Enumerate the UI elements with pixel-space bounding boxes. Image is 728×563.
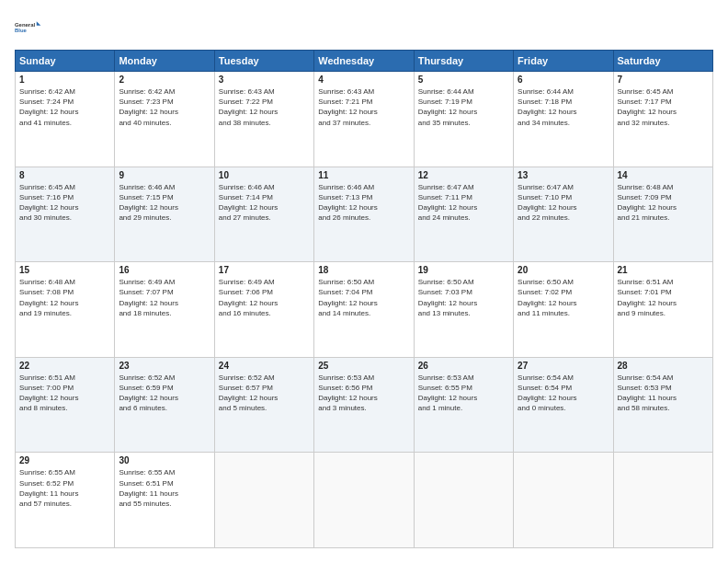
day-number: 6 xyxy=(518,75,609,85)
day-number: 18 xyxy=(318,265,409,275)
calendar-cell: 13Sunrise: 6:47 AMSunset: 7:10 PMDayligh… xyxy=(514,167,613,262)
day-info: Sunrise: 6:47 AMSunset: 7:10 PMDaylight:… xyxy=(518,182,609,224)
calendar-cell: 12Sunrise: 6:47 AMSunset: 7:11 PMDayligh… xyxy=(414,167,513,262)
day-info: Sunrise: 6:54 AMSunset: 6:53 PMDaylight:… xyxy=(618,373,709,414)
day-info: Sunrise: 6:53 AMSunset: 6:55 PMDaylight:… xyxy=(418,373,509,414)
day-number: 29 xyxy=(19,455,110,465)
day-info: Sunrise: 6:42 AMSunset: 7:23 PMDaylight:… xyxy=(119,86,210,128)
day-info: Sunrise: 6:48 AMSunset: 7:09 PMDaylight:… xyxy=(618,182,709,224)
calendar-cell: 29Sunrise: 6:55 AMSunset: 6:52 PMDayligh… xyxy=(16,453,115,548)
calendar-cell: 17Sunrise: 6:49 AMSunset: 7:06 PMDayligh… xyxy=(214,262,313,358)
day-info: Sunrise: 6:54 AMSunset: 6:54 PMDaylight:… xyxy=(518,373,609,414)
calendar-cell: 10Sunrise: 6:46 AMSunset: 7:14 PMDayligh… xyxy=(214,167,313,262)
calendar-cell: 14Sunrise: 6:48 AMSunset: 7:09 PMDayligh… xyxy=(613,167,712,262)
day-info: Sunrise: 6:42 AMSunset: 7:24 PMDaylight:… xyxy=(19,86,110,128)
day-info: Sunrise: 6:46 AMSunset: 7:15 PMDaylight:… xyxy=(119,182,210,224)
day-number: 23 xyxy=(119,361,210,371)
calendar-cell xyxy=(613,453,712,548)
day-info: Sunrise: 6:55 AMSunset: 6:52 PMDaylight:… xyxy=(19,467,110,509)
day-number: 1 xyxy=(19,75,110,85)
day-number: 7 xyxy=(618,75,709,85)
day-number: 30 xyxy=(119,455,210,465)
calendar-table: SundayMondayTuesdayWednesdayThursdayFrid… xyxy=(15,50,713,548)
day-info: Sunrise: 6:46 AMSunset: 7:13 PMDaylight:… xyxy=(318,182,409,224)
calendar-cell: 11Sunrise: 6:46 AMSunset: 7:13 PMDayligh… xyxy=(314,167,414,262)
day-number: 26 xyxy=(418,361,509,371)
day-number: 19 xyxy=(418,265,509,275)
day-number: 27 xyxy=(518,361,609,371)
day-info: Sunrise: 6:51 AMSunset: 7:00 PMDaylight:… xyxy=(19,373,110,414)
day-number: 5 xyxy=(418,75,509,85)
calendar-cell: 20Sunrise: 6:50 AMSunset: 7:02 PMDayligh… xyxy=(514,262,613,358)
day-number: 11 xyxy=(318,170,409,180)
day-info: Sunrise: 6:52 AMSunset: 6:59 PMDaylight:… xyxy=(119,373,210,414)
calendar-cell: 26Sunrise: 6:53 AMSunset: 6:55 PMDayligh… xyxy=(414,357,513,453)
calendar-cell: 25Sunrise: 6:53 AMSunset: 6:56 PMDayligh… xyxy=(314,357,414,453)
day-number: 8 xyxy=(19,170,110,180)
calendar-cell xyxy=(214,453,313,548)
day-number: 25 xyxy=(318,361,409,371)
day-number: 9 xyxy=(119,170,210,180)
day-info: Sunrise: 6:46 AMSunset: 7:14 PMDaylight:… xyxy=(219,182,310,224)
calendar-cell: 23Sunrise: 6:52 AMSunset: 6:59 PMDayligh… xyxy=(115,357,214,453)
calendar-cell: 15Sunrise: 6:48 AMSunset: 7:08 PMDayligh… xyxy=(16,262,115,358)
calendar-cell: 5Sunrise: 6:44 AMSunset: 7:19 PMDaylight… xyxy=(414,72,513,167)
calendar-cell: 1Sunrise: 6:42 AMSunset: 7:24 PMDaylight… xyxy=(16,72,115,167)
svg-text:General: General xyxy=(15,22,35,28)
calendar-cell: 18Sunrise: 6:50 AMSunset: 7:04 PMDayligh… xyxy=(314,262,414,358)
calendar-week-row: 1Sunrise: 6:42 AMSunset: 7:24 PMDaylight… xyxy=(16,72,713,167)
logo-icon: GeneralBlue xyxy=(15,15,44,40)
calendar-cell: 19Sunrise: 6:50 AMSunset: 7:03 PMDayligh… xyxy=(414,262,513,358)
logo: GeneralBlue xyxy=(15,15,44,40)
calendar-week-row: 29Sunrise: 6:55 AMSunset: 6:52 PMDayligh… xyxy=(16,453,713,548)
day-info: Sunrise: 6:50 AMSunset: 7:04 PMDaylight:… xyxy=(318,277,409,318)
weekday-header: Saturday xyxy=(613,51,712,72)
day-info: Sunrise: 6:48 AMSunset: 7:08 PMDaylight:… xyxy=(19,277,110,318)
day-info: Sunrise: 6:49 AMSunset: 7:07 PMDaylight:… xyxy=(119,277,210,318)
calendar-week-row: 8Sunrise: 6:45 AMSunset: 7:16 PMDaylight… xyxy=(16,167,713,262)
calendar-cell: 6Sunrise: 6:44 AMSunset: 7:18 PMDaylight… xyxy=(514,72,613,167)
day-info: Sunrise: 6:55 AMSunset: 6:51 PMDaylight:… xyxy=(119,467,210,509)
day-number: 13 xyxy=(518,170,609,180)
day-info: Sunrise: 6:47 AMSunset: 7:11 PMDaylight:… xyxy=(418,182,509,224)
calendar-cell: 2Sunrise: 6:42 AMSunset: 7:23 PMDaylight… xyxy=(115,72,214,167)
day-info: Sunrise: 6:45 AMSunset: 7:17 PMDaylight:… xyxy=(618,86,709,128)
day-info: Sunrise: 6:43 AMSunset: 7:21 PMDaylight:… xyxy=(318,86,409,128)
day-number: 21 xyxy=(618,265,709,275)
calendar-cell: 16Sunrise: 6:49 AMSunset: 7:07 PMDayligh… xyxy=(115,262,214,358)
day-info: Sunrise: 6:43 AMSunset: 7:22 PMDaylight:… xyxy=(219,86,310,128)
day-number: 24 xyxy=(219,361,310,371)
day-info: Sunrise: 6:44 AMSunset: 7:18 PMDaylight:… xyxy=(518,86,609,128)
day-number: 10 xyxy=(219,170,310,180)
calendar-week-row: 15Sunrise: 6:48 AMSunset: 7:08 PMDayligh… xyxy=(16,262,713,358)
calendar-cell xyxy=(314,453,414,548)
day-number: 15 xyxy=(19,265,110,275)
calendar-body: 1Sunrise: 6:42 AMSunset: 7:24 PMDaylight… xyxy=(16,72,713,548)
weekday-header: Thursday xyxy=(414,51,513,72)
weekday-header: Sunday xyxy=(16,51,115,72)
day-info: Sunrise: 6:49 AMSunset: 7:06 PMDaylight:… xyxy=(219,277,310,318)
calendar-cell: 9Sunrise: 6:46 AMSunset: 7:15 PMDaylight… xyxy=(115,167,214,262)
day-number: 12 xyxy=(418,170,509,180)
day-number: 2 xyxy=(119,75,210,85)
day-info: Sunrise: 6:53 AMSunset: 6:56 PMDaylight:… xyxy=(318,373,409,414)
day-info: Sunrise: 6:51 AMSunset: 7:01 PMDaylight:… xyxy=(618,277,709,318)
day-info: Sunrise: 6:50 AMSunset: 7:03 PMDaylight:… xyxy=(418,277,509,318)
day-number: 20 xyxy=(518,265,609,275)
day-info: Sunrise: 6:44 AMSunset: 7:19 PMDaylight:… xyxy=(418,86,509,128)
calendar-cell: 3Sunrise: 6:43 AMSunset: 7:22 PMDaylight… xyxy=(214,72,313,167)
day-number: 16 xyxy=(119,265,210,275)
calendar-cell: 7Sunrise: 6:45 AMSunset: 7:17 PMDaylight… xyxy=(613,72,712,167)
day-number: 22 xyxy=(19,361,110,371)
day-number: 14 xyxy=(618,170,709,180)
weekday-header: Wednesday xyxy=(314,51,414,72)
calendar-cell: 27Sunrise: 6:54 AMSunset: 6:54 PMDayligh… xyxy=(514,357,613,453)
calendar-cell: 24Sunrise: 6:52 AMSunset: 6:57 PMDayligh… xyxy=(214,357,313,453)
calendar-cell: 21Sunrise: 6:51 AMSunset: 7:01 PMDayligh… xyxy=(613,262,712,358)
calendar-cell xyxy=(414,453,513,548)
page: GeneralBlue SundayMondayTuesdayWednesday… xyxy=(0,0,728,563)
day-number: 17 xyxy=(219,265,310,275)
calendar-cell: 22Sunrise: 6:51 AMSunset: 7:00 PMDayligh… xyxy=(16,357,115,453)
calendar-cell: 8Sunrise: 6:45 AMSunset: 7:16 PMDaylight… xyxy=(16,167,115,262)
day-number: 3 xyxy=(219,75,310,85)
